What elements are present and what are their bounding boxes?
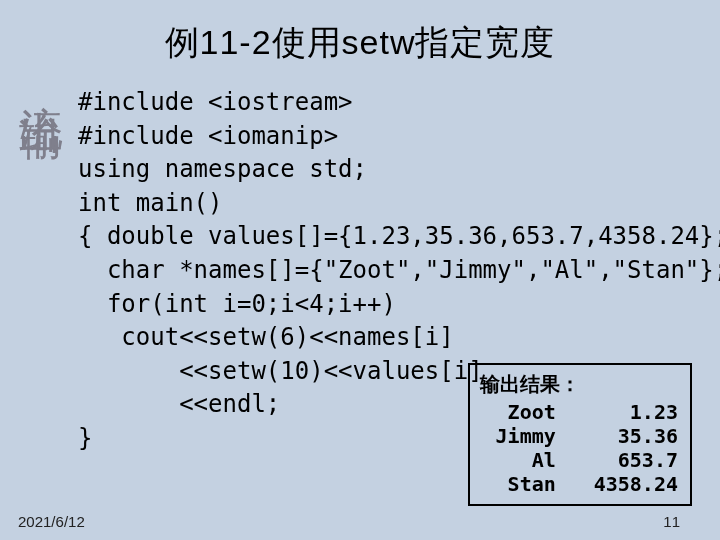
output-header: 输出结果：	[480, 371, 680, 398]
out-name: Jimmy	[480, 424, 558, 448]
table-row: Al 653.7	[480, 448, 680, 472]
output-table: Zoot 1.23 Jimmy 35.36 Al 653.7 Stan 4358…	[480, 400, 680, 496]
footer-date: 2021/6/12	[18, 513, 85, 530]
out-value: 35.36	[558, 424, 680, 448]
out-value: 653.7	[558, 448, 680, 472]
out-value: 1.23	[558, 400, 680, 424]
table-row: Zoot 1.23	[480, 400, 680, 424]
out-name: Al	[480, 448, 558, 472]
slide-title: 例11-2使用setw指定宽度	[0, 0, 720, 76]
output-box: 输出结果： Zoot 1.23 Jimmy 35.36 Al 653.7 Sta…	[468, 363, 692, 506]
out-value: 4358.24	[558, 472, 680, 496]
footer-page: 11	[663, 513, 680, 530]
out-name: Stan	[480, 472, 558, 496]
table-row: Stan 4358.24	[480, 472, 680, 496]
out-name: Zoot	[480, 400, 558, 424]
table-row: Jimmy 35.36	[480, 424, 680, 448]
